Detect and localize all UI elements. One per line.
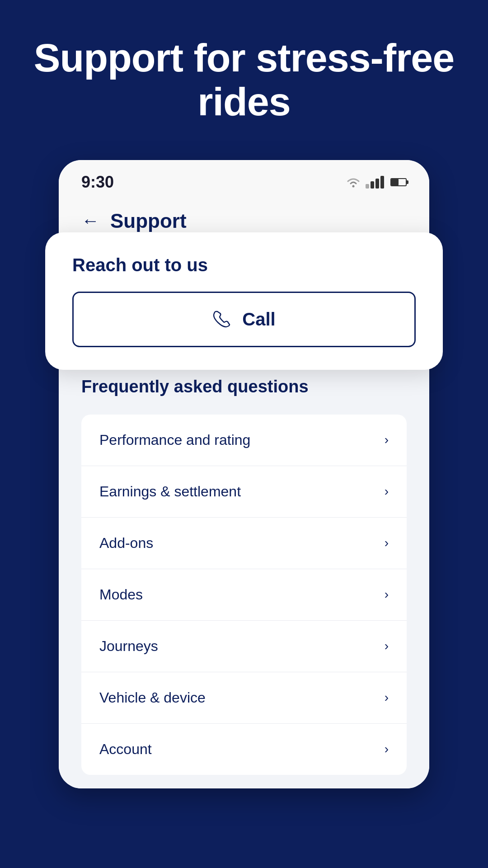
faq-item-label: Vehicle & device [99,689,206,706]
faq-list: Performance and rating›Earnings & settle… [81,415,407,775]
hero-section: Support for stress-free rides [0,0,488,151]
faq-item[interactable]: Journeys› [81,621,407,672]
chevron-right-icon: › [385,742,389,756]
faq-item[interactable]: Performance and rating› [81,415,407,466]
call-button-label: Call [242,309,275,330]
chevron-right-icon: › [385,690,389,705]
signal-bars-icon [366,176,384,189]
status-time: 9:30 [81,173,114,192]
back-button[interactable]: ← [81,211,99,231]
faq-item[interactable]: Account› [81,724,407,775]
faq-item-label: Modes [99,586,143,603]
chevron-right-icon: › [385,484,389,499]
faq-item-label: Account [99,741,152,758]
reach-out-title: Reach out to us [72,255,416,275]
faq-item-label: Earnings & settlement [99,483,241,500]
faq-item[interactable]: Add-ons› [81,518,407,569]
call-button[interactable]: Call [72,292,416,347]
faq-item-label: Add-ons [99,535,153,552]
call-card: Reach out to us Call [45,232,443,370]
faq-section: Frequently asked questions Performance a… [59,354,429,788]
chevron-right-icon: › [385,639,389,653]
chevron-right-icon: › [385,587,389,602]
hero-title: Support for stress-free rides [27,36,461,124]
svg-point-0 [352,185,355,187]
phone-mockup: 9:30 ← Support [59,160,429,788]
chevron-right-icon: › [385,433,389,447]
status-icons [346,176,407,189]
battery-icon [390,178,407,186]
faq-title: Frequently asked questions [81,377,407,396]
chevron-right-icon: › [385,536,389,550]
faq-item-label: Journeys [99,638,158,655]
faq-item[interactable]: Vehicle & device› [81,672,407,724]
wifi-icon [346,176,361,189]
phone-icon [212,310,231,329]
faq-item[interactable]: Earnings & settlement› [81,466,407,518]
status-bar: 9:30 [59,160,429,201]
faq-item-label: Performance and rating [99,432,250,448]
page-title: Support [110,210,187,232]
faq-item[interactable]: Modes› [81,569,407,621]
